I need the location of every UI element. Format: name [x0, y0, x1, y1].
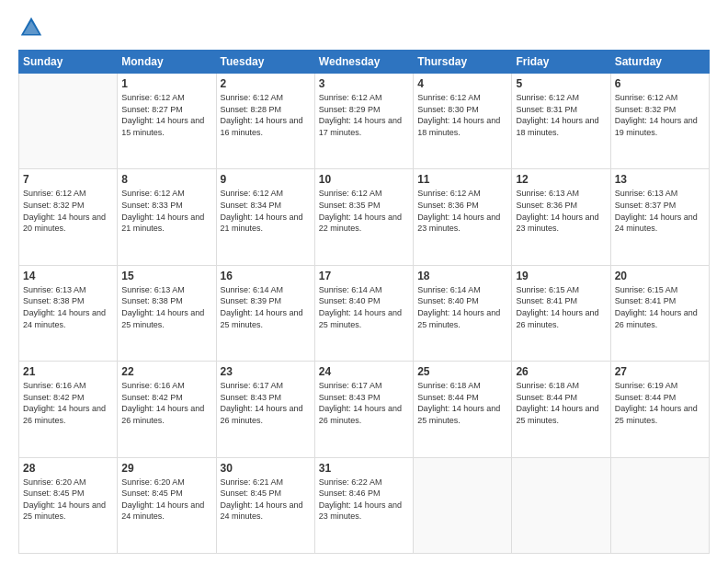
day-number: 30	[221, 462, 311, 475]
calendar-cell: 14Sunrise: 6:13 AMSunset: 8:38 PMDayligh…	[19, 265, 118, 361]
day-number: 25	[417, 365, 507, 378]
weekday-header-friday: Friday	[512, 51, 610, 74]
day-number: 13	[615, 173, 705, 186]
calendar-cell: 2Sunrise: 6:12 AMSunset: 8:28 PMDaylight…	[216, 74, 314, 169]
calendar-cell: 10Sunrise: 6:12 AMSunset: 8:35 PMDayligh…	[314, 169, 413, 265]
day-number: 22	[121, 365, 211, 378]
day-info: Sunrise: 6:12 AMSunset: 8:33 PMDaylight:…	[121, 188, 211, 234]
calendar-week-2: 7Sunrise: 6:12 AMSunset: 8:32 PMDaylight…	[19, 169, 710, 265]
day-info: Sunrise: 6:12 AMSunset: 8:28 PMDaylight:…	[221, 92, 311, 138]
day-info: Sunrise: 6:13 AMSunset: 8:38 PMDaylight:…	[23, 284, 113, 330]
logo-icon	[18, 15, 44, 40]
calendar-cell: 19Sunrise: 6:15 AMSunset: 8:41 PMDayligh…	[512, 265, 610, 361]
page: SundayMondayTuesdayWednesdayThursdayFrid…	[0, 0, 728, 563]
calendar-cell: 24Sunrise: 6:17 AMSunset: 8:43 PMDayligh…	[314, 362, 413, 457]
weekday-header-wednesday: Wednesday	[314, 51, 413, 74]
calendar-cell: 9Sunrise: 6:12 AMSunset: 8:34 PMDaylight…	[216, 169, 314, 265]
calendar-cell: 17Sunrise: 6:14 AMSunset: 8:40 PMDayligh…	[314, 265, 413, 361]
calendar-cell: 26Sunrise: 6:18 AMSunset: 8:44 PMDayligh…	[512, 362, 610, 457]
calendar-cell: 29Sunrise: 6:20 AMSunset: 8:45 PMDayligh…	[118, 457, 216, 553]
calendar-cell	[610, 457, 709, 553]
calendar-cell: 8Sunrise: 6:12 AMSunset: 8:33 PMDaylight…	[118, 169, 216, 265]
day-number: 26	[516, 365, 606, 378]
day-info: Sunrise: 6:20 AMSunset: 8:45 PMDaylight:…	[121, 477, 211, 523]
weekday-header-tuesday: Tuesday	[216, 51, 314, 74]
calendar-cell: 18Sunrise: 6:14 AMSunset: 8:40 PMDayligh…	[414, 265, 512, 361]
calendar-cell: 23Sunrise: 6:17 AMSunset: 8:43 PMDayligh…	[216, 362, 314, 457]
calendar-cell: 13Sunrise: 6:13 AMSunset: 8:37 PMDayligh…	[610, 169, 709, 265]
calendar-cell: 30Sunrise: 6:21 AMSunset: 8:45 PMDayligh…	[216, 457, 314, 553]
calendar-cell: 6Sunrise: 6:12 AMSunset: 8:32 PMDaylight…	[610, 74, 709, 169]
day-number: 17	[319, 270, 409, 282]
calendar-cell	[512, 457, 610, 553]
calendar-cell: 3Sunrise: 6:12 AMSunset: 8:29 PMDaylight…	[314, 74, 413, 169]
day-info: Sunrise: 6:21 AMSunset: 8:45 PMDaylight:…	[221, 477, 311, 523]
day-number: 2	[221, 77, 311, 90]
calendar-header: SundayMondayTuesdayWednesdayThursdayFrid…	[19, 51, 710, 74]
header	[18, 15, 710, 40]
day-number: 27	[615, 365, 705, 378]
calendar-cell: 5Sunrise: 6:12 AMSunset: 8:31 PMDaylight…	[512, 74, 610, 169]
calendar-cell: 1Sunrise: 6:12 AMSunset: 8:27 PMDaylight…	[118, 74, 216, 169]
calendar-cell: 16Sunrise: 6:14 AMSunset: 8:39 PMDayligh…	[216, 265, 314, 361]
weekday-header-sunday: Sunday	[19, 51, 118, 74]
weekday-header-saturday: Saturday	[610, 51, 709, 74]
calendar-week-1: 1Sunrise: 6:12 AMSunset: 8:27 PMDaylight…	[19, 74, 710, 169]
day-number: 12	[516, 173, 606, 186]
calendar-cell: 27Sunrise: 6:19 AMSunset: 8:44 PMDayligh…	[610, 362, 709, 457]
logo	[18, 15, 48, 40]
day-info: Sunrise: 6:14 AMSunset: 8:40 PMDaylight:…	[417, 284, 507, 330]
calendar-cell	[19, 74, 118, 169]
day-number: 16	[221, 270, 311, 282]
calendar-cell: 11Sunrise: 6:12 AMSunset: 8:36 PMDayligh…	[414, 169, 512, 265]
day-number: 1	[121, 77, 211, 90]
day-number: 24	[319, 365, 409, 378]
calendar-week-3: 14Sunrise: 6:13 AMSunset: 8:38 PMDayligh…	[19, 265, 710, 361]
day-info: Sunrise: 6:20 AMSunset: 8:45 PMDaylight:…	[23, 477, 113, 523]
day-number: 6	[615, 77, 705, 90]
day-info: Sunrise: 6:12 AMSunset: 8:32 PMDaylight:…	[23, 188, 113, 234]
day-info: Sunrise: 6:18 AMSunset: 8:44 PMDaylight:…	[417, 380, 507, 426]
day-info: Sunrise: 6:12 AMSunset: 8:36 PMDaylight:…	[417, 188, 507, 234]
day-info: Sunrise: 6:13 AMSunset: 8:38 PMDaylight:…	[121, 284, 211, 330]
calendar-cell: 20Sunrise: 6:15 AMSunset: 8:41 PMDayligh…	[610, 265, 709, 361]
weekday-header-thursday: Thursday	[414, 51, 512, 74]
day-info: Sunrise: 6:19 AMSunset: 8:44 PMDaylight:…	[615, 380, 705, 426]
calendar-week-4: 21Sunrise: 6:16 AMSunset: 8:42 PMDayligh…	[19, 362, 710, 457]
day-info: Sunrise: 6:12 AMSunset: 8:31 PMDaylight:…	[516, 92, 606, 138]
day-number: 29	[121, 462, 211, 475]
day-number: 4	[417, 77, 507, 90]
day-info: Sunrise: 6:16 AMSunset: 8:42 PMDaylight:…	[121, 380, 211, 426]
day-number: 28	[23, 462, 113, 475]
day-info: Sunrise: 6:13 AMSunset: 8:36 PMDaylight:…	[516, 188, 606, 234]
calendar-cell	[414, 457, 512, 553]
weekday-row: SundayMondayTuesdayWednesdayThursdayFrid…	[19, 51, 710, 74]
day-info: Sunrise: 6:22 AMSunset: 8:46 PMDaylight:…	[319, 477, 409, 523]
day-info: Sunrise: 6:14 AMSunset: 8:39 PMDaylight:…	[221, 284, 311, 330]
day-number: 21	[23, 365, 113, 378]
day-info: Sunrise: 6:12 AMSunset: 8:30 PMDaylight:…	[417, 92, 507, 138]
day-number: 8	[121, 173, 211, 186]
day-info: Sunrise: 6:13 AMSunset: 8:37 PMDaylight:…	[615, 188, 705, 234]
day-info: Sunrise: 6:12 AMSunset: 8:32 PMDaylight:…	[615, 92, 705, 138]
day-info: Sunrise: 6:12 AMSunset: 8:29 PMDaylight:…	[319, 92, 409, 138]
calendar-body: 1Sunrise: 6:12 AMSunset: 8:27 PMDaylight…	[19, 74, 710, 554]
day-number: 10	[319, 173, 409, 186]
calendar-cell: 12Sunrise: 6:13 AMSunset: 8:36 PMDayligh…	[512, 169, 610, 265]
day-number: 23	[221, 365, 311, 378]
day-number: 19	[516, 270, 606, 282]
weekday-header-monday: Monday	[118, 51, 216, 74]
day-number: 14	[23, 270, 113, 282]
calendar-cell: 4Sunrise: 6:12 AMSunset: 8:30 PMDaylight…	[414, 74, 512, 169]
calendar-cell: 22Sunrise: 6:16 AMSunset: 8:42 PMDayligh…	[118, 362, 216, 457]
calendar-cell: 21Sunrise: 6:16 AMSunset: 8:42 PMDayligh…	[19, 362, 118, 457]
calendar-cell: 15Sunrise: 6:13 AMSunset: 8:38 PMDayligh…	[118, 265, 216, 361]
day-info: Sunrise: 6:18 AMSunset: 8:44 PMDaylight:…	[516, 380, 606, 426]
day-info: Sunrise: 6:15 AMSunset: 8:41 PMDaylight:…	[615, 284, 705, 330]
calendar: SundayMondayTuesdayWednesdayThursdayFrid…	[18, 50, 710, 554]
calendar-cell: 25Sunrise: 6:18 AMSunset: 8:44 PMDayligh…	[414, 362, 512, 457]
calendar-cell: 28Sunrise: 6:20 AMSunset: 8:45 PMDayligh…	[19, 457, 118, 553]
calendar-cell: 31Sunrise: 6:22 AMSunset: 8:46 PMDayligh…	[314, 457, 413, 553]
day-info: Sunrise: 6:12 AMSunset: 8:27 PMDaylight:…	[121, 92, 211, 138]
day-number: 7	[23, 173, 113, 186]
